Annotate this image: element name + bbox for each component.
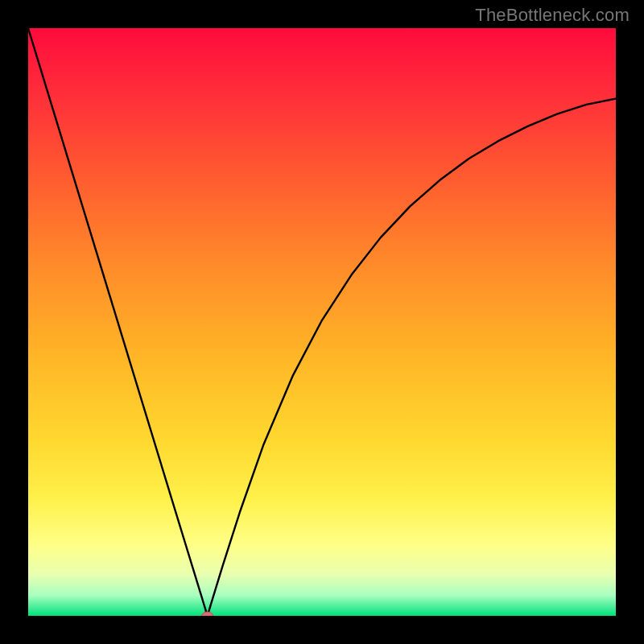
chart-plot: [28, 28, 616, 616]
chart-frame: TheBottleneck.com: [0, 0, 644, 644]
watermark-text: TheBottleneck.com: [475, 5, 630, 26]
